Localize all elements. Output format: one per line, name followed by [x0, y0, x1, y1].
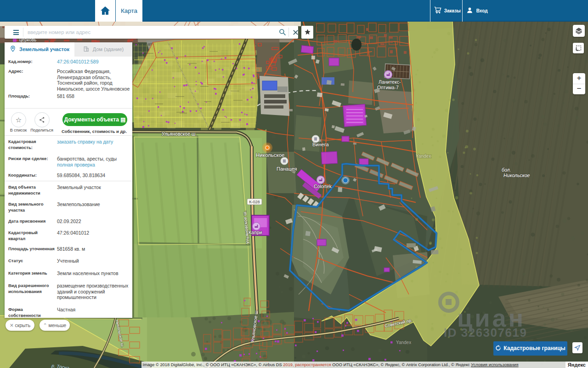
svg-text:Ланитекс-: Ланитекс-	[379, 79, 401, 85]
svg-text:Панацея: Панацея	[277, 166, 297, 172]
svg-text:бол.: бол.	[502, 167, 511, 172]
svg-text:Никольское: Никольское	[256, 152, 284, 158]
svg-text:Винега: Винега	[312, 142, 329, 147]
svg-text:Yandex: Yandex	[396, 340, 411, 345]
svg-text:Yandex: Yandex	[416, 154, 431, 159]
svg-text:Никольское: Никольское	[503, 172, 530, 178]
svg-text:Ульяновское ш.: Ульяновское ш.	[162, 131, 197, 137]
svg-text:Colortek: Colortek	[314, 184, 332, 189]
svg-text:Капри: Капри	[249, 230, 262, 235]
svg-text:Оптима-7: Оптима-7	[377, 85, 399, 90]
svg-text:ID 326307619: ID 326307619	[444, 326, 527, 339]
svg-text:К-028: К-028	[249, 200, 260, 204]
